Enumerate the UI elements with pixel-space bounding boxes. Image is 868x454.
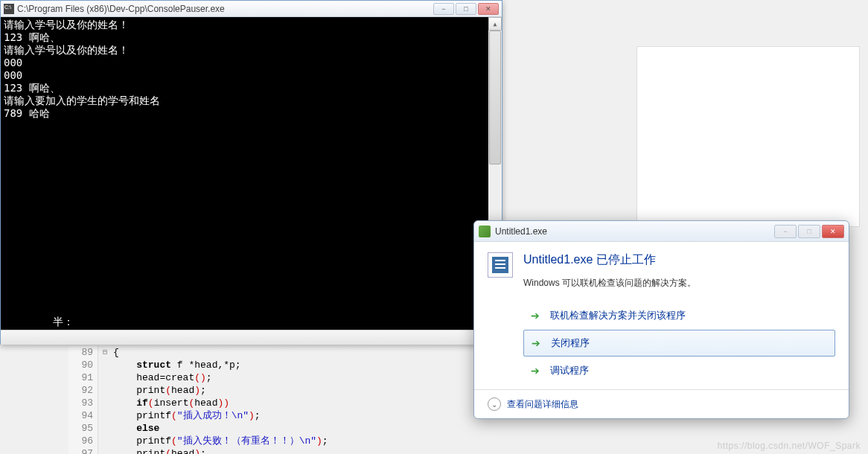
maximize-button[interactable]: □ (456, 3, 476, 15)
arrow-right-icon: ➔ (532, 337, 543, 349)
line-number: 91 (68, 371, 93, 384)
dialog-body: Untitled1.exe 已停止工作 Windows 可以联机检查该问题的解决… (474, 242, 849, 389)
dialog-content: Untitled1.exe 已停止工作 Windows 可以联机检查该问题的解决… (523, 252, 835, 385)
close-button[interactable]: ✕ (478, 3, 499, 15)
line-number: 95 (68, 422, 93, 435)
console-fragment-text: 半： (53, 316, 74, 328)
line-number-gutter: 89 90 91 92 93 94 95 96 97 98 (68, 346, 98, 454)
code-content[interactable]: { struct f *head,*p; head=creat(); print… (113, 346, 328, 454)
arrow-right-icon: ➔ (531, 310, 543, 322)
dialog-app-icon (479, 226, 491, 237)
console-window: C:\Program Files (x86)\Dev-Cpp\ConsolePa… (0, 0, 502, 345)
line-number: 96 (68, 435, 93, 447)
dialog-heading: Untitled1.exe 已停止工作 (523, 252, 835, 268)
console-line: 789 哈哈 (4, 107, 50, 119)
console-line: 请输入学号以及你的姓名！ (4, 44, 129, 56)
window-buttons: − □ ✕ (432, 3, 499, 15)
line-number: 97 (68, 447, 93, 454)
console-line: 请输入要加入的学生的学号和姓名 (4, 95, 160, 106)
option-label: 联机检查解决方案并关闭该程序 (550, 309, 686, 322)
console-line: 123 啊哈、 (4, 82, 60, 94)
error-dialog: Untitled1.exe − □ ✕ Untitled1.exe 已停止工作 … (473, 220, 849, 419)
console-output[interactable]: 请输入学号以及你的姓名！ 123 啊哈、 请输入学号以及你的姓名！ 000 00… (1, 17, 502, 345)
line-number: 94 (68, 409, 93, 422)
console-line: 000 (4, 69, 22, 81)
watermark: https://blog.csdn.net/WOF_Spark (718, 441, 861, 451)
dialog-window-buttons: − □ ✕ (773, 225, 844, 238)
minimize-button[interactable]: − (433, 3, 454, 15)
line-number: 92 (68, 384, 93, 397)
console-app-icon (4, 4, 14, 14)
console-title: C:\Program Files (x86)\Dev-Cpp\ConsolePa… (17, 4, 429, 14)
dialog-title: Untitled1.exe (495, 226, 768, 237)
chevron-down-icon: ⌄ (488, 397, 501, 411)
dialog-close-button[interactable]: ✕ (822, 225, 844, 238)
line-number: 90 (68, 359, 93, 371)
dialog-details-toggle[interactable]: ⌄ 查看问题详细信息 (474, 389, 849, 418)
dialog-subtext: Windows 可以联机检查该问题的解决方案。 (523, 277, 835, 290)
program-icon (488, 252, 513, 278)
scroll-thumb[interactable] (489, 31, 501, 164)
console-line: 请输入学号以及你的姓名！ (4, 19, 129, 31)
dialog-maximize-button: □ (798, 225, 820, 238)
details-label: 查看问题详细信息 (507, 398, 578, 411)
console-statusbar (1, 330, 502, 345)
line-number: 89 (68, 346, 93, 359)
option-debug-program[interactable]: ➔ 调试程序 (523, 358, 835, 383)
dialog-titlebar[interactable]: Untitled1.exe − □ ✕ (474, 221, 849, 242)
option-label: 关闭程序 (551, 336, 590, 350)
fold-open-icon[interactable]: ⊟ (100, 346, 110, 359)
option-check-online[interactable]: ➔ 联机检查解决方案并关闭该程序 (523, 303, 835, 328)
option-label: 调试程序 (550, 364, 589, 377)
line-number: 93 (68, 397, 93, 409)
dialog-minimize-button: − (774, 225, 797, 238)
arrow-right-icon: ➔ (531, 365, 543, 377)
scroll-up-button[interactable]: ▲ (488, 17, 502, 31)
console-line: 123 啊哈、 (4, 31, 60, 43)
option-close-program[interactable]: ➔ 关闭程序 (523, 330, 835, 357)
console-line: 000 (4, 57, 22, 68)
console-titlebar[interactable]: C:\Program Files (x86)\Dev-Cpp\ConsolePa… (1, 1, 502, 17)
side-panel (636, 46, 860, 227)
